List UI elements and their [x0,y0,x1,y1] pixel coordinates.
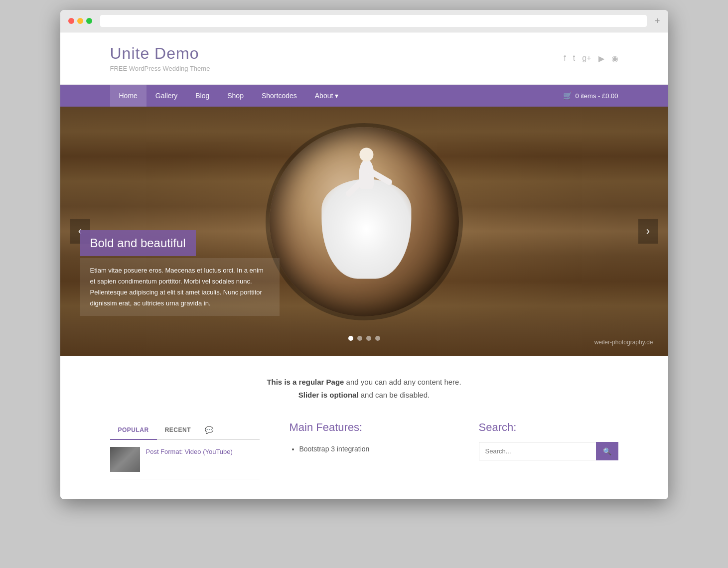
cart-icon: 🛒 [563,91,573,100]
nav-link-gallery[interactable]: Gallery [146,85,186,107]
nav-dropdown-about: About ▾ [315,92,339,100]
site-tagline: FREE WordPress Wedding Theme [110,65,210,72]
dot-green[interactable] [86,18,92,24]
browser-chrome: + [60,10,668,32]
tab-popular[interactable]: POPULAR [110,421,157,440]
nav-link-shop[interactable]: Shop [218,85,253,107]
slider-dot-4[interactable] [375,336,380,341]
bride-figure [311,149,421,288]
slider-caption-title: Bold and beautiful [80,230,196,256]
dot-yellow[interactable] [77,18,83,24]
facebook-icon[interactable]: f [564,54,566,63]
comments-icon: 💬 [199,421,219,439]
page-intro-rest1: and you can add any content here. [344,378,461,386]
nav-link-home[interactable]: Home [110,85,146,107]
social-icons: f t g+ ▶ ◉ [564,54,618,63]
nav-link-blog[interactable]: Blog [186,85,218,107]
post-info: Post Format: Video (YouTube) [146,447,233,472]
chevron-down-icon: ▾ [335,92,338,100]
slider-watermark: weiler-photography.de [594,339,653,346]
search-button[interactable]: 🔍 [596,442,618,460]
browser-url-bar[interactable] [100,15,647,27]
site-branding: Unite Demo FREE WordPress Wedding Theme [110,44,210,72]
hero-slider: ‹ › Bold and beautiful Etiam vitae posue… [60,107,668,356]
features-item-1: Bootstrap 3 integration [299,442,449,456]
site-content: Unite Demo FREE WordPress Wedding Theme … [60,32,668,499]
slider-next-button[interactable]: › [638,219,658,244]
post-thumbnail [110,447,140,472]
nav-item-gallery[interactable]: Gallery [146,85,186,107]
slider-caption-text: Etiam vitae posuere eros. Maecenas et lu… [80,258,280,316]
post-thumb-inner [110,447,140,472]
tabs-widget: POPULAR RECENT 💬 Post Format: Video (You… [110,421,260,479]
rss-icon[interactable]: ◉ [611,54,618,63]
page-intro-line2: Slider is optional and can be disabled. [110,389,618,402]
search-input[interactable] [479,442,596,460]
tabs-header: POPULAR RECENT 💬 [110,421,260,440]
hole-overlay [270,127,459,316]
browser-dots [68,18,92,24]
page-intro: This is a regular Page and you can add a… [60,356,668,421]
site-title[interactable]: Unite Demo [110,44,210,63]
post-item: Post Format: Video (YouTube) [110,440,260,479]
page-intro-bold2: Slider is optional [298,391,359,399]
slider-dot-1[interactable] [348,336,353,341]
nav-link-about[interactable]: About ▾ [306,85,348,107]
google-plus-icon[interactable]: g+ [582,54,591,63]
slider-dot-3[interactable] [366,336,371,341]
search-icon: 🔍 [603,447,611,455]
nav-item-about[interactable]: About ▾ [306,85,348,107]
dot-red[interactable] [68,18,74,24]
slider-dot-2[interactable] [357,336,362,341]
page-intro-bold1: This is a regular Page [267,378,344,386]
tab-recent[interactable]: RECENT [157,421,199,440]
page-intro-rest2: and can be disabled. [359,391,430,399]
nav-item-blog[interactable]: Blog [186,85,218,107]
bride-head [359,147,373,161]
youtube-icon[interactable]: ▶ [598,54,604,63]
slider-dots [348,336,380,341]
search-form: 🔍 [479,442,618,460]
page-intro-line1: This is a regular Page and you can add a… [110,376,618,389]
nav-item-shortcodes[interactable]: Shortcodes [253,85,306,107]
nav-link-shortcodes[interactable]: Shortcodes [253,85,306,107]
add-tab-button[interactable]: + [655,16,660,26]
bride-dress [321,179,411,279]
nav-item-home[interactable]: Home [110,85,146,107]
widgets-area: POPULAR RECENT 💬 Post Format: Video (You… [60,421,668,499]
nav-menu: Home Gallery Blog Shop Shortcodes [110,85,348,107]
search-widget: Search: 🔍 [479,421,618,460]
post-title-link[interactable]: Post Format: Video (YouTube) [146,448,233,455]
cart-label: 0 items - £0.00 [576,92,618,100]
browser-window: + Unite Demo FREE WordPress Wedding Them… [60,10,668,499]
features-widget: Main Features: Bootstrap 3 integration [290,421,449,456]
features-list: Bootstrap 3 integration [290,442,449,456]
nav-item-shop[interactable]: Shop [218,85,253,107]
features-title: Main Features: [290,421,449,434]
search-title: Search: [479,421,618,434]
site-header: Unite Demo FREE WordPress Wedding Theme … [60,32,668,85]
twitter-icon[interactable]: t [573,54,575,63]
slider-caption: Bold and beautiful Etiam vitae posuere e… [80,230,280,316]
cart-area[interactable]: 🛒 0 items - £0.00 [563,91,618,100]
site-nav: Home Gallery Blog Shop Shortcodes [60,85,668,107]
